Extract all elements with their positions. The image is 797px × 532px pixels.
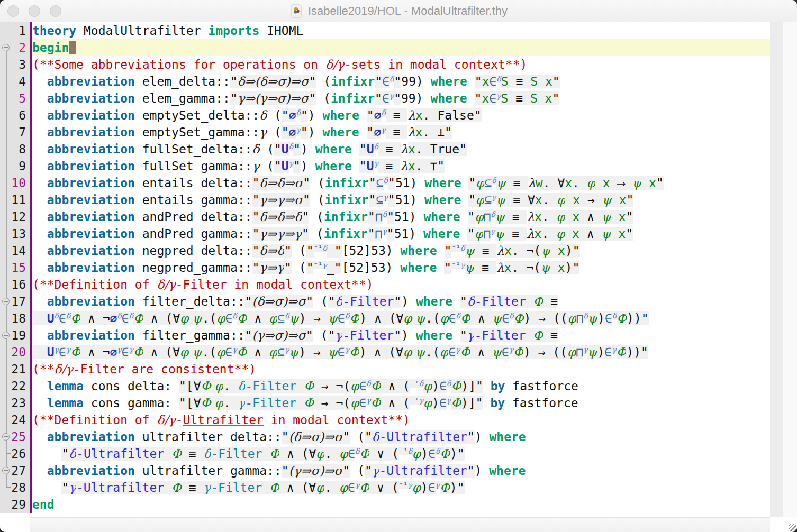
code-line[interactable]: abbreviation andPred_gamma::"γ⇒γ⇒γ" (inf…	[32, 225, 770, 242]
code-segment: . ¬(	[512, 244, 541, 258]
code-line[interactable]: abbreviation entails_gamma::"γ⇒γ⇒σ" (inf…	[32, 191, 770, 208]
line-number: 15	[0, 259, 30, 276]
horizontal-scrollbar[interactable]	[30, 517, 770, 532]
code-segment: (	[292, 261, 306, 274]
code-line[interactable]: theory ModalUltrafilter imports IHOML	[32, 22, 770, 39]
code-line[interactable]: abbreviation emptySet_gamma::γ ("∅γ") wh…	[32, 124, 770, 141]
code-segment	[32, 159, 47, 173]
code-line[interactable]: (**Definition of δ/γ-Filter in modal con…	[32, 276, 770, 293]
code-line[interactable]: (**Some abbreviations for operations on …	[32, 56, 770, 73]
code-segment: "	[342, 430, 350, 444]
code-segment: 99)	[401, 91, 430, 105]
code-line[interactable]: abbreviation emptySet_delta::δ ("∅δ") wh…	[32, 107, 770, 124]
code-segment: x	[408, 142, 415, 156]
code-segment: infixr	[331, 75, 375, 88]
code-line[interactable]: "γ-Ultrafilter Φ ≡ γ-Filter Φ ∧ (∀φ. φ∈γ…	[32, 479, 770, 496]
code-segment: ⊓	[576, 345, 583, 359]
code-line[interactable]: lemma cons_delta: "⌊∀Φ φ. δ-Filter Φ → ¬…	[32, 378, 770, 395]
code-segment: γ	[69, 481, 76, 494]
code-segment: δ	[584, 311, 588, 320]
line-number: 8	[0, 141, 30, 158]
code-segment: δ/γ	[157, 413, 175, 427]
fold-handle-icon[interactable]	[2, 433, 10, 441]
code-line[interactable]: "δ-Ultrafilter Φ ≡ δ-Filter Φ ∧ (∀φ. φ∈δ…	[32, 445, 770, 462]
code-segment: φ	[475, 210, 483, 224]
code-line[interactable]: abbreviation negpred_gamma::"γ⇒γ" ("⁻¹γ_…	[32, 259, 770, 276]
code-line[interactable]: abbreviation elem_gamma::"γ⇒(γ⇒σ)⇒σ" (in…	[32, 90, 770, 107]
code-line[interactable]: abbreviation elem_delta::"δ⇒(δ⇒σ)⇒σ" (in…	[32, 73, 770, 90]
code-segment: Φ	[133, 311, 143, 325]
code-line[interactable]: abbreviation andPred_delta::"δ⇒δ⇒δ" (inf…	[32, 208, 770, 225]
code-segment: "	[467, 464, 475, 478]
code-segment: δ	[289, 142, 293, 151]
code-segment: φ	[440, 311, 449, 325]
code-segment: U	[367, 159, 374, 173]
code-segment: x	[482, 91, 489, 105]
code-segment: φ	[556, 227, 565, 241]
code-line[interactable]: Uγ∈γΦ ∧ ¬∅γ∈γΦ ∧ (∀φ ψ.(φ∈γΦ ∧ φ⊆γψ) → ψ…	[32, 344, 770, 361]
code-segment: "	[245, 328, 252, 342]
code-line[interactable]: abbreviation filter_gamma::"(γ⇒σ)⇒σ" ("γ…	[32, 327, 770, 344]
code-segment: Φ	[360, 447, 370, 461]
code-segment: ψ	[541, 261, 550, 274]
vertical-scrollbar[interactable]	[770, 22, 797, 517]
code-segment: cons_delta:	[84, 379, 179, 393]
code-line[interactable]: abbreviation filter_delta::"(δ⇒σ)⇒σ" ("δ…	[32, 293, 770, 310]
fold-handle-icon[interactable]	[2, 44, 10, 51]
code-segment: ⁻¹	[410, 396, 419, 405]
code-segment: "	[303, 193, 310, 207]
close-button[interactable]	[7, 5, 19, 17]
window-resize-grip[interactable]	[789, 524, 796, 531]
code-line[interactable]: (**δ/γ-Filter are consistent**)	[32, 361, 770, 378]
code-segment: abbreviation	[47, 464, 135, 478]
code-line[interactable]: abbreviation fullSet_delta::δ ("Uδ") whe…	[32, 141, 770, 158]
code-segment: φ ψ	[180, 311, 202, 325]
code-segment: ∈	[225, 311, 233, 325]
code-line[interactable]: (**Definition of δ/γ-Ultrafilter in moda…	[32, 411, 770, 428]
gutter-row: 28	[0, 479, 30, 496]
code-line[interactable]: abbreviation entails_delta::"δ⇒δ⇒σ" (inf…	[32, 175, 770, 191]
vertical-scrollbar-track[interactable]	[770, 22, 783, 517]
code-segment: φ	[269, 345, 277, 359]
code-segment: ψ	[492, 345, 502, 359]
minimize-button[interactable]	[29, 5, 40, 17]
line-number: 4	[0, 73, 30, 90]
code-line[interactable]: abbreviation negpred_delta::"δ⇒δ" ("⁻¹δ_…	[32, 242, 770, 259]
gutter-row: 27	[0, 462, 30, 479]
code-segment: → ¬(	[314, 396, 350, 410]
code-segment: Φ	[171, 481, 182, 494]
fold-handle-icon[interactable]	[2, 298, 10, 305]
traffic-lights	[7, 5, 61, 17]
fold-handle-icon[interactable]	[2, 332, 10, 339]
code-segment: -Filter	[211, 481, 262, 494]
code-line[interactable]: Uδ∈δΦ ∧ ¬∅δ∈δΦ ∧ (∀φ ψ.(φ∈δΦ ∧ φ⊆δψ) → ψ…	[32, 310, 770, 327]
isabelle-window: Isabelle2019/HOL - ModalUltrafilter.thy …	[0, 0, 797, 532]
code-line[interactable]: abbreviation fullSet_gamma::γ ("Uγ") whe…	[32, 158, 770, 175]
code-segment	[296, 396, 304, 410]
code-segment: ∧ (∀	[279, 481, 316, 494]
code-line[interactable]: end	[32, 496, 770, 513]
code-line[interactable]: begin	[32, 39, 770, 56]
code-segment: ⁻¹	[314, 244, 323, 252]
code-segment: ∧ (	[381, 379, 410, 393]
code-line[interactable]: lemma cons_gamma: "⌊∀Φ φ. γ-Filter Φ → ¬…	[32, 395, 770, 411]
code-segment: (	[350, 464, 365, 478]
code-segment: "	[306, 295, 313, 308]
code-segment: .	[223, 379, 238, 393]
code-segment	[452, 328, 460, 342]
code-line[interactable]: abbreviation ultrafilter_delta::"(δ⇒σ)⇒σ…	[32, 428, 770, 445]
code-segment: "	[365, 464, 372, 478]
code-segment: "	[394, 75, 401, 88]
code-segment: γ	[436, 481, 440, 489]
code-segment: ≡	[378, 142, 401, 156]
code-segment: Φ φ	[201, 379, 223, 393]
code-line[interactable]: abbreviation ultrafilter_gamma::"(γ⇒σ)⇒σ…	[32, 462, 770, 479]
code-segment: ) → ((	[523, 345, 567, 359]
code-segment: S	[501, 75, 509, 88]
zoom-button[interactable]	[50, 5, 61, 17]
code-segment: .(	[425, 311, 440, 325]
code-segment: φ	[557, 193, 565, 207]
code-segment: γ	[238, 396, 246, 410]
code-area[interactable]: theory ModalUltrafilter imports IHOMLbeg…	[32, 22, 770, 517]
fold-handle-icon[interactable]	[2, 467, 10, 474]
